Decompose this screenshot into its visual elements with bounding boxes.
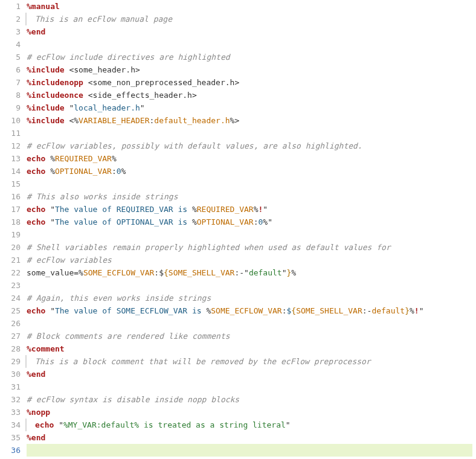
line-number: 25 [0,304,21,317]
line-number: 17 [0,203,21,216]
line-number: 9 [0,101,21,114]
line-number: 21 [0,254,21,266]
code-line: %manual [27,0,472,13]
token-comment-it: This is an ecFlow manual page [35,14,172,24]
line-number: 35 [0,431,21,444]
code-area[interactable]: %manualThis is an ecFlow manual page%end… [27,0,476,457]
token-plain: % [121,167,126,176]
token-string-quote: " [140,103,145,112]
token-directive: %end [27,433,45,442]
token-plain: $ [159,268,164,277]
token-directive: %nopp [27,408,50,417]
line-number: 6 [0,63,21,76]
token-punct: :- [362,306,372,315]
line-number: 14 [0,165,21,178]
token-plain [45,306,50,315]
code-line [27,380,472,393]
token-var: REQUIRED_VAR [55,154,112,163]
token-var: SOME_SHELL_VAR [296,306,362,315]
token-default: default_header.h [154,116,230,125]
token-string-quote: " [50,205,55,214]
code-line: echo "The value of REQUIRED_VAR is %REQU… [27,203,472,216]
line-number: 19 [0,228,21,241]
line-number: 23 [0,279,21,292]
code-line: %include <%VARIABLE_HEADER:default_heade… [27,114,472,127]
token-keyword: echo [35,420,54,429]
token-plain: > [234,116,239,125]
line-number: 1 [0,0,21,13]
token-bang: ! [414,306,419,315]
token-directive: %include [27,65,65,74]
code-line [27,38,472,51]
token-plain: % [45,167,55,176]
code-line: echo "%MY_VAR:default% is treated as a s… [25,419,472,431]
token-string: The value of REQUIRED_VAR is [55,205,192,214]
token-punct: % [254,205,259,214]
token-string-quote: " [50,306,55,315]
token-var: SOME_ECFLOW_VAR [211,306,281,315]
token-directive: %end [27,370,45,379]
code-line: # ecFlow variables, possibly with defaul… [27,140,472,152]
token-comment: # ecFlow include directives are highligh… [27,53,230,62]
token-string: The value of SOME_ECFLOW_VAR is [55,306,206,315]
token-punct: :- [234,268,244,277]
line-number: 15 [0,178,21,190]
line-number: 26 [0,317,21,330]
line-number: 22 [0,266,21,279]
token-string-quote: " [263,205,268,214]
token-directive: %manual [27,2,60,11]
line-number: 11 [0,127,21,140]
code-line: %includeonce <side_effects_header.h> [27,89,472,101]
token-keyword: echo [27,205,45,214]
token-var: REQUIRED_VAR [197,205,254,214]
code-line: # ecFlow syntax is disable inside nopp b… [27,393,472,406]
token-brace: { [291,306,296,315]
token-var: OPTIONAL_VAR [197,217,254,226]
line-number: 20 [0,241,21,254]
code-line: # Again, this even works inside strings [27,292,472,304]
token-directive: %includenopp [27,78,83,87]
token-str-green: %MY_VAR:default% is treated as a string … [63,420,286,429]
line-number: 12 [0,140,21,152]
token-comment: # ecFlow variables, possibly with defaul… [27,141,362,150]
token-comment: # This also works inside strings [27,192,178,201]
token-string-quote: " [268,217,272,226]
line-number: 7 [0,76,21,89]
token-comment: # ecFlow variables [27,255,112,265]
line-number: 34 [0,419,21,431]
token-plain: % [45,154,55,163]
code-line: echo "The value of SOME_ECFLOW_VAR is %S… [27,304,472,317]
token-var: VARIABLE_HEADER [79,116,149,125]
token-punct: : [154,268,159,277]
token-comment: # Again, this even works inside strings [27,294,211,303]
token-string-quote: " [286,420,291,429]
line-number: 4 [0,38,21,51]
code-line: %nopp [27,406,472,419]
token-var: SOME_ECFLOW_VAR [83,268,154,277]
code-line [27,279,472,292]
line-number: 30 [0,368,21,380]
line-number: 18 [0,216,21,228]
code-line: some_value=%SOME_ECFLOW_VAR:${SOME_SHELL… [27,266,472,279]
token-var: OPTIONAL_VAR [55,167,112,176]
code-line: # Block comments are rendered like comme… [27,330,472,342]
token-comment: # Block comments are rendered like comme… [27,332,230,341]
token-keyword: echo [27,217,45,226]
token-comment: # Shell variables remain properly highli… [27,243,391,252]
token-plain [54,420,59,429]
code-line: echo "The value of OPTIONAL_VAR is %OPTI… [27,216,472,228]
line-number: 5 [0,51,21,63]
line-number: 10 [0,114,21,127]
token-string: local_header.h [74,103,140,112]
code-line: This is a block comment that will be rem… [25,355,472,368]
line-number: 3 [0,25,21,38]
token-plain [45,217,50,226]
token-punct: % [291,268,296,277]
line-number: 31 [0,380,21,393]
line-number: 27 [0,330,21,342]
code-line [27,178,472,190]
line-number: 32 [0,393,21,406]
token-number: 0 [117,167,121,176]
token-keyword: echo [27,154,45,163]
code-line: %include "local_header.h" [27,101,472,114]
